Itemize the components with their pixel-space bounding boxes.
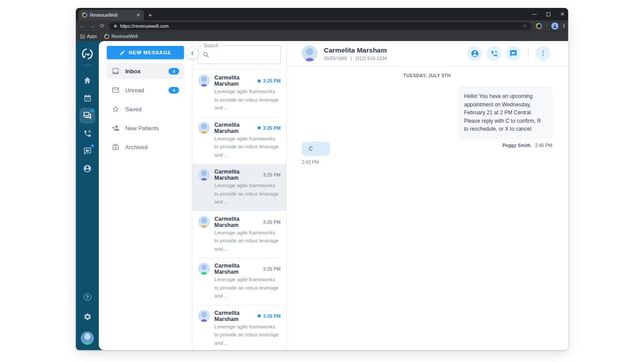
sidebar-item-unread[interactable]: Unread 3 <box>107 82 184 98</box>
conversation-list-item[interactable]: Carmelita Marsham 3:25 PM Leverage agile… <box>192 70 286 117</box>
new-message-label: NEW MESSAGE <box>129 50 171 55</box>
collapse-sidebar-button[interactable] <box>187 48 198 59</box>
sidebar-item-inbox[interactable]: Inbox 3 <box>107 63 184 79</box>
bookmark-favicon <box>104 34 109 39</box>
tab-title: RevenueWell <box>90 12 134 18</box>
rail-video-message-button[interactable] <box>79 143 95 159</box>
rail-contacts-button[interactable] <box>79 161 95 177</box>
new-tab-button[interactable]: + <box>148 11 152 19</box>
browser-toolbar: ← → ⟳ https://revenuewell.com ☆ ••• <box>76 20 568 31</box>
conversation-list-item[interactable]: Carmelita Marsham 3:25 PM Leverage agile… <box>192 258 286 305</box>
rail-calendar-button[interactable] <box>79 90 95 106</box>
messages-icon <box>83 111 92 120</box>
archive-icon <box>112 143 120 151</box>
unread-badge: 3 <box>168 87 179 94</box>
forward-icon[interactable]: → <box>90 23 95 29</box>
browser-menu-icon[interactable]: ••• <box>563 24 565 28</box>
tab-strip: RevenueWell ✕ + ✕ <box>76 8 568 20</box>
reload-icon[interactable]: ⟳ <box>100 23 105 29</box>
status-dot <box>258 126 261 129</box>
message-time: 3:25 PM <box>263 125 281 131</box>
outgoing-bubble: Hello! You have an upcoming appointment … <box>458 87 552 139</box>
outgoing-message: Hello! You have an upcoming appointment … <box>302 87 552 148</box>
window-maximize-button[interactable] <box>547 12 550 16</box>
sidebar-item-new-patients[interactable]: New Patients <box>107 120 184 136</box>
app-rail: rw ? <box>76 41 99 350</box>
home-icon <box>83 76 92 85</box>
search-label: Search <box>202 43 220 48</box>
apps-shortcut[interactable]: Apps <box>80 34 97 39</box>
sidebar-item-label: Saved <box>125 106 179 113</box>
message-preview: Leverage agile frameworks to provide an … <box>214 89 279 110</box>
sidebar-item-saved[interactable]: Saved <box>107 101 184 117</box>
conversation-menu-button[interactable] <box>535 46 550 61</box>
video-message-icon <box>509 49 517 57</box>
pencil-icon <box>120 50 125 56</box>
rail-phone-button[interactable] <box>79 125 95 141</box>
actions-separator <box>528 48 528 59</box>
sub-separator: | <box>351 56 352 61</box>
envelope-icon <box>112 86 120 94</box>
inbox-icon <box>112 67 120 75</box>
contact-name: Carmelita Marsham <box>214 122 258 134</box>
browser-tab[interactable]: RevenueWell ✕ <box>79 10 144 20</box>
search-input[interactable] <box>213 52 276 58</box>
outgoing-time: 2:40 PM <box>535 143 552 148</box>
call-button[interactable] <box>487 46 502 61</box>
message-preview: Leverage agile frameworks to provide an … <box>214 230 279 252</box>
contact-name: Carmelita Marsham <box>214 75 258 87</box>
toolbar-separator <box>547 23 547 29</box>
kebab-icon <box>539 50 547 57</box>
contact-avatar <box>198 310 210 322</box>
conversation-list-item[interactable]: Carmelita Marsham 3:25 PM Leverage agile… <box>192 211 286 258</box>
person-icon <box>83 164 92 173</box>
search-field[interactable]: Search <box>198 45 281 64</box>
video-message-icon <box>83 147 92 155</box>
rail-home-button[interactable] <box>79 72 95 88</box>
contact-profile-button[interactable] <box>467 46 482 61</box>
bookmark-label: RevenueWell <box>112 34 138 39</box>
window-minimize-button[interactable] <box>532 14 537 15</box>
message-time: 3:25 PM <box>263 172 281 177</box>
lock-icon <box>113 23 117 28</box>
call-icon <box>490 50 498 57</box>
rail-messages-button[interactable] <box>79 108 95 124</box>
sidebar-item-archived[interactable]: Archived <box>107 139 184 155</box>
sidebar-item-label: Inbox <box>125 68 163 75</box>
video-notification-dot <box>91 144 94 147</box>
conversation-list-item[interactable]: Carmelita Marsham 3:25 PM Leverage agile… <box>192 164 286 211</box>
apps-label: Apps <box>87 34 97 39</box>
search-icon <box>202 51 210 59</box>
user-avatar[interactable] <box>81 332 94 345</box>
chat-contact-avatar <box>302 45 318 61</box>
conversation-list-item[interactable]: Carmelita Marsham 3:25 PM Leverage agile… <box>192 305 286 350</box>
message-preview: Leverage agile frameworks to provide an … <box>214 324 279 346</box>
rail-settings-button[interactable] <box>79 309 95 324</box>
url-bar[interactable]: https://revenuewell.com ☆ <box>109 22 532 30</box>
browser-profile-avatar[interactable] <box>551 23 558 30</box>
status-dot <box>258 314 261 317</box>
contact-dob: 03/25/1965 <box>324 56 347 61</box>
calendar-icon <box>83 94 92 102</box>
contact-phone: (312) 515-1234 <box>355 56 387 61</box>
video-message-button[interactable] <box>506 46 521 61</box>
tab-close-icon[interactable]: ✕ <box>136 12 140 18</box>
back-icon[interactable]: ← <box>79 23 85 29</box>
chat-panel: Carmelita Marsham 03/25/1965 | (312) 515… <box>287 41 568 350</box>
extension-icon[interactable] <box>536 23 542 29</box>
help-icon[interactable]: ? <box>84 293 91 301</box>
revenuewell-bookmark[interactable]: RevenueWell <box>104 34 138 39</box>
contact-name: Carmelita Marsham <box>214 310 258 322</box>
date-banner: TUESDAY, JULY 5TH <box>302 73 552 78</box>
chat-header: Carmelita Marsham 03/25/1965 | (312) 515… <box>287 41 568 66</box>
new-message-button[interactable]: NEW MESSAGE <box>107 46 184 59</box>
sidebar-item-label: Unread <box>125 87 163 94</box>
conversation-list-item[interactable]: Carmelita Marsham 3:25 PM Leverage agile… <box>192 117 286 164</box>
profile-icon <box>471 49 479 58</box>
bookmark-star-icon[interactable]: ☆ <box>523 23 528 29</box>
inbox-badge: 3 <box>168 68 179 75</box>
sidebar-item-label: New Patients <box>125 125 179 132</box>
incoming-bubble: C <box>302 142 330 156</box>
window-close-button[interactable]: ✕ <box>560 11 565 17</box>
message-preview: Leverage agile frameworks to provide an … <box>214 136 279 158</box>
